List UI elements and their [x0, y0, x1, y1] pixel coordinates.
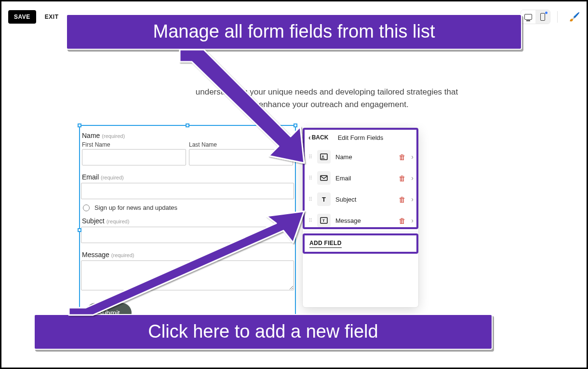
chevron-right-icon: ›	[411, 195, 414, 203]
name-field-label: Name(required)	[81, 131, 294, 141]
last-name-input[interactable]	[189, 149, 293, 165]
subject-input[interactable]	[81, 227, 294, 243]
selection-handle[interactable]	[186, 123, 189, 127]
save-button[interactable]: SAVE	[8, 10, 36, 24]
text-field-type-icon: T	[317, 192, 331, 206]
selection-handle[interactable]	[78, 123, 81, 127]
mobile-icon	[540, 13, 545, 21]
message-field-label: Message(required)	[81, 250, 294, 260]
field-row-label: Message	[335, 217, 393, 224]
radio-icon	[83, 205, 90, 211]
delete-field-icon[interactable]: 🗑	[398, 217, 406, 225]
mobile-preview-button[interactable]	[535, 10, 550, 24]
drag-handle-icon[interactable]: ⠿	[307, 156, 312, 158]
first-name-input[interactable]	[82, 149, 186, 165]
page-body-text: understanding your unique needs and deve…	[192, 86, 462, 111]
delete-field-icon[interactable]: 🗑	[398, 195, 406, 204]
field-row-label: Name	[335, 153, 393, 161]
desktop-preview-button[interactable]	[521, 10, 535, 24]
styles-brush-icon[interactable]: 🖌️	[569, 12, 580, 22]
edit-form-fields-panel: ‹ BACK Edit Form Fields ⠿ Name 🗑 › ⠿	[303, 128, 418, 307]
svg-text:T: T	[322, 219, 325, 223]
drag-handle-icon[interactable]: ⠿	[307, 219, 312, 222]
annotation-callout-bottom: Click here to add a new field	[34, 314, 493, 350]
device-preview-group	[521, 10, 550, 24]
notification-dot	[545, 12, 548, 14]
message-textarea[interactable]	[81, 260, 294, 290]
chevron-right-icon: ›	[411, 174, 414, 182]
add-field-button[interactable]: ADD FIELD	[309, 240, 342, 248]
subject-field-label: Subject(required)	[81, 216, 294, 227]
desktop-icon	[524, 14, 532, 20]
field-row-label: Subject	[335, 196, 393, 203]
selection-handle[interactable]	[294, 123, 297, 127]
toolbar-right: 🖌️	[521, 10, 580, 24]
drag-handle-icon[interactable]: ⠿	[307, 198, 312, 201]
signup-option[interactable]: Sign up for news and updates	[80, 203, 295, 212]
first-name-sublabel: First Name	[82, 141, 186, 148]
email-input[interactable]	[81, 183, 294, 199]
delete-field-icon[interactable]: 🗑	[398, 153, 406, 161]
separator	[557, 11, 558, 23]
annotation-callout-top: Manage all form fields from this list	[66, 14, 522, 50]
back-button[interactable]: ‹ BACK	[308, 134, 328, 141]
exit-button[interactable]: EXIT	[41, 10, 63, 24]
svg-rect-2	[321, 176, 327, 180]
field-row-message[interactable]: ⠿ T Message 🗑 ›	[307, 210, 414, 231]
chevron-right-icon: ›	[411, 153, 414, 161]
field-row-email[interactable]: ⠿ Email 🗑 ›	[307, 167, 414, 189]
app-frame: SAVE EXIT ↶ 🖌️ understanding your unique…	[1, 1, 587, 368]
svg-rect-0	[321, 154, 327, 160]
textarea-field-type-icon: T	[317, 214, 331, 227]
email-field-type-icon	[317, 171, 331, 185]
selection-handle[interactable]	[78, 228, 81, 232]
last-name-sublabel: Last Name	[189, 141, 293, 148]
chevron-left-icon: ‹	[308, 134, 311, 141]
svg-point-1	[322, 156, 324, 157]
field-row-subject[interactable]: ⠿ T Subject 🗑 ›	[307, 189, 414, 210]
name-field-type-icon	[317, 150, 331, 164]
form-block-selected[interactable]: Name(required) First Name Last Name Em	[79, 125, 296, 335]
selection-handle[interactable]	[294, 228, 297, 232]
email-field-label: Email(required)	[81, 172, 294, 183]
form-field-list: ⠿ Name 🗑 › ⠿ Email 🗑 ›	[303, 146, 418, 231]
delete-field-icon[interactable]: 🗑	[398, 174, 406, 182]
field-row-label: Email	[335, 175, 393, 182]
drag-handle-icon[interactable]: ⠿	[307, 177, 312, 179]
chevron-right-icon: ›	[411, 217, 414, 224]
field-row-name[interactable]: ⠿ Name 🗑 ›	[307, 146, 414, 167]
signup-label: Sign up for news and updates	[94, 204, 177, 211]
